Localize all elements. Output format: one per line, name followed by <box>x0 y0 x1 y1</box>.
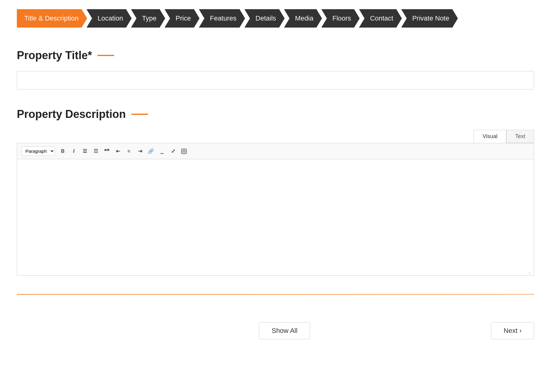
bold-button[interactable]: B <box>58 147 68 156</box>
editor-content-area[interactable]: ⌟ <box>17 159 534 276</box>
table-button[interactable] <box>179 147 189 156</box>
italic-button[interactable]: I <box>69 147 79 156</box>
title-underline-decoration <box>97 55 114 56</box>
svg-rect-0 <box>182 149 186 154</box>
tab-text[interactable]: Text <box>506 130 534 143</box>
tab-visual[interactable]: Visual <box>474 130 506 143</box>
align-right-button[interactable]: ⇥ <box>135 147 145 156</box>
breadcrumb-item-contact[interactable]: Contact <box>359 9 402 28</box>
property-title-heading: Property Title* <box>17 49 534 62</box>
align-left-button[interactable]: ⇤ <box>113 147 123 156</box>
desc-underline-decoration <box>131 114 148 115</box>
breadcrumb-item-details[interactable]: Details <box>245 9 285 28</box>
breadcrumb-item-private-note[interactable]: Private Note <box>401 9 458 28</box>
editor-toolbar: Paragraph Heading 1 Heading 2 Heading 3 … <box>17 143 534 159</box>
ordered-list-button[interactable]: ☶ <box>91 147 101 156</box>
breadcrumb-item-features[interactable]: Features <box>199 9 245 28</box>
breadcrumb-item-price[interactable]: Price <box>165 9 200 28</box>
resize-handle[interactable]: ⌟ <box>528 270 533 274</box>
align-center-button[interactable]: ≡ <box>124 147 134 156</box>
more-options-button[interactable]: ⎯ <box>157 147 167 156</box>
unordered-list-button[interactable]: ☰ <box>80 147 90 156</box>
breadcrumb-item-location[interactable]: Location <box>87 9 132 28</box>
fullscreen-button[interactable]: ⤢ <box>168 147 178 156</box>
property-description-section: Property Description Visual Text Paragra… <box>17 108 534 276</box>
next-button[interactable]: Next › <box>491 322 534 339</box>
blockquote-button[interactable]: ❝❞ <box>102 147 112 156</box>
main-content: Property Title* Property Description Vis… <box>0 37 551 313</box>
breadcrumb-nav: Title & Description Location Type Price … <box>0 0 551 37</box>
breadcrumb-item-type[interactable]: Type <box>131 9 165 28</box>
paragraph-select[interactable]: Paragraph Heading 1 Heading 2 Heading 3 … <box>21 146 55 156</box>
show-all-button[interactable]: Show All <box>259 322 310 339</box>
property-description-heading: Property Description <box>17 108 534 121</box>
link-button[interactable]: 🔗 <box>146 147 156 156</box>
breadcrumb-item-media[interactable]: Media <box>284 9 322 28</box>
breadcrumb-item-floors[interactable]: Floors <box>321 9 360 28</box>
editor-tabs: Visual Text <box>17 130 534 143</box>
breadcrumb-item-title-desc[interactable]: Title & Description <box>17 9 87 28</box>
bottom-divider <box>17 294 534 295</box>
bottom-bar: Show All Next › <box>0 313 551 349</box>
property-title-section: Property Title* <box>17 49 534 89</box>
property-title-input[interactable] <box>17 71 534 89</box>
